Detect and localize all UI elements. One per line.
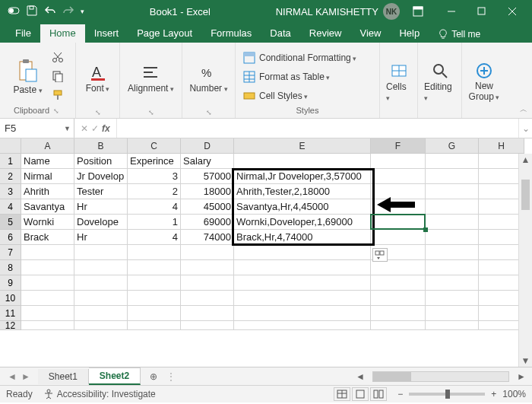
row-header-6[interactable]: 6 — [0, 230, 21, 245]
cell-G5[interactable] — [426, 215, 479, 230]
col-header-G[interactable]: G — [426, 138, 479, 154]
cell-F6[interactable] — [371, 230, 426, 245]
minimize-button[interactable] — [436, 0, 467, 23]
number-group-button[interactable]: % Number — [186, 47, 230, 109]
row-header-4[interactable]: 4 — [0, 199, 21, 215]
sheet-tab-sheet2[interactable]: Sheet2 — [89, 367, 141, 385]
clipboard-dialog-launcher[interactable]: ⤡ — [51, 107, 62, 115]
sheet-tab-sheet1[interactable]: Sheet1 — [38, 369, 89, 384]
cell-E3[interactable]: Ahrith,Tester,2,18000 — [234, 184, 371, 199]
expand-formula-bar-icon[interactable]: ⌄ — [518, 119, 532, 138]
format-as-table-button[interactable]: Format as Table — [243, 68, 330, 85]
cell-D5[interactable]: 69000 — [181, 215, 234, 230]
col-header-D[interactable]: D — [181, 138, 234, 154]
cell-F2[interactable] — [371, 169, 426, 184]
cell-G1[interactable] — [426, 154, 479, 169]
cell-H1[interactable] — [479, 154, 524, 169]
tab-file[interactable]: File — [6, 24, 40, 43]
horizontal-scrollbar[interactable]: ◄ ► — [173, 371, 532, 382]
tell-me[interactable]: Tell me — [432, 26, 486, 43]
redo-icon[interactable] — [62, 5, 74, 19]
undo-icon[interactable] — [44, 5, 56, 19]
cell-H2[interactable] — [479, 169, 524, 184]
vertical-scrollbar[interactable]: ▲ ▼ — [518, 154, 532, 367]
scroll-left-icon[interactable]: ◄ — [354, 371, 366, 382]
tab-formulas[interactable]: Formulas — [201, 24, 261, 43]
cell-C1[interactable]: Experince — [128, 154, 181, 169]
new-group-button[interactable]: New Group — [466, 47, 503, 116]
cell-C4[interactable]: 4 — [128, 199, 181, 215]
tab-help[interactable]: Help — [390, 24, 429, 43]
cell-G6[interactable] — [426, 230, 479, 245]
cell-E2[interactable]: Nirmal,Jr Doveloper,3,57000 — [234, 169, 371, 184]
cell-styles-button[interactable]: Cell Styles — [243, 87, 308, 104]
cells-group-button[interactable]: Cells — [383, 47, 414, 116]
scroll-up-icon[interactable]: ▲ — [519, 154, 532, 166]
insert-function-icon[interactable]: fx — [102, 123, 110, 134]
alignment-dialog-launcher[interactable]: ⤡ — [146, 109, 157, 116]
cell-E5[interactable]: Wornki,Doveloper,1,69000 — [234, 215, 371, 230]
copy-icon[interactable] — [52, 70, 64, 84]
alignment-group-button[interactable]: Alignment — [125, 47, 177, 109]
tab-review[interactable]: Review — [300, 24, 351, 43]
cell-D6[interactable]: 74000 — [181, 230, 234, 245]
cell-G4[interactable] — [426, 199, 479, 215]
cell-F5[interactable] — [371, 215, 426, 230]
cell-H5[interactable] — [479, 215, 524, 230]
tab-insert[interactable]: Insert — [85, 24, 128, 43]
cell-A1[interactable]: Name — [21, 154, 74, 169]
tab-view[interactable]: View — [350, 24, 390, 43]
cell-E1[interactable] — [234, 154, 371, 169]
scroll-right-icon[interactable]: ► — [515, 371, 527, 382]
editing-group-button[interactable]: Editing — [421, 47, 458, 116]
zoom-out-button[interactable]: − — [397, 389, 403, 399]
cell-B2[interactable]: Jr Dovelop — [74, 169, 128, 184]
user-avatar[interactable]: NK — [383, 3, 400, 20]
paste-button[interactable]: Paste — [10, 59, 45, 95]
zoom-in-button[interactable]: + — [491, 389, 496, 399]
row-header-12[interactable]: 12 — [0, 321, 21, 330]
row-header-11[interactable]: 11 — [0, 306, 21, 321]
cell-G2[interactable] — [426, 169, 479, 184]
row-header-1[interactable]: 1 — [0, 154, 21, 169]
tab-data[interactable]: Data — [261, 24, 299, 43]
row-header-5[interactable]: 5 — [0, 215, 21, 230]
cell-A3[interactable]: Ahrith — [21, 184, 74, 199]
new-sheet-button[interactable]: ⊕ — [141, 371, 166, 382]
formula-input[interactable] — [117, 119, 518, 138]
zoom-slider[interactable] — [409, 393, 485, 396]
number-dialog-launcher[interactable]: ⤡ — [204, 109, 214, 116]
cell-C6[interactable]: 4 — [128, 230, 181, 245]
cell-E4[interactable]: Savantya,Hr,4,45000 — [234, 199, 371, 215]
cell-H6[interactable] — [479, 230, 524, 245]
cell-H4[interactable] — [479, 199, 524, 215]
row-header-3[interactable]: 3 — [0, 184, 21, 199]
fill-handle[interactable] — [423, 227, 428, 232]
cell-B6[interactable]: Hr — [74, 230, 128, 245]
row-header-2[interactable]: 2 — [0, 169, 21, 184]
cell-A5[interactable]: Wornki — [21, 215, 74, 230]
cell-D4[interactable]: 45000 — [181, 199, 234, 215]
name-box-dropdown-icon[interactable]: ▼ — [64, 125, 71, 132]
cell-B5[interactable]: Dovelope — [74, 215, 128, 230]
cell-H3[interactable] — [479, 184, 524, 199]
name-box[interactable]: F5 ▼ — [0, 119, 74, 138]
cell-B4[interactable]: Hr — [74, 199, 128, 215]
vscroll-thumb[interactable] — [521, 180, 530, 210]
enter-formula-icon[interactable]: ✓ — [91, 123, 99, 134]
ribbon-display-options-icon[interactable] — [403, 0, 433, 23]
accessibility-status[interactable]: Accessibility: Investigate — [43, 389, 156, 399]
cell-C5[interactable]: 1 — [128, 215, 181, 230]
select-all-corner[interactable] — [0, 138, 21, 154]
col-header-C[interactable]: C — [128, 138, 181, 154]
maximize-button[interactable] — [467, 0, 497, 23]
conditional-formatting-button[interactable]: Conditional Formatting — [243, 49, 356, 66]
cell-A6[interactable]: Brack — [21, 230, 74, 245]
row-header-10[interactable]: 10 — [0, 291, 21, 306]
cancel-formula-icon[interactable]: ✕ — [81, 123, 88, 134]
close-button[interactable] — [497, 0, 527, 23]
col-header-A[interactable]: A — [21, 138, 74, 154]
cell-C3[interactable]: 2 — [128, 184, 181, 199]
cell-C2[interactable]: 3 — [128, 169, 181, 184]
sheet-nav-next-icon[interactable]: ► — [21, 371, 30, 382]
